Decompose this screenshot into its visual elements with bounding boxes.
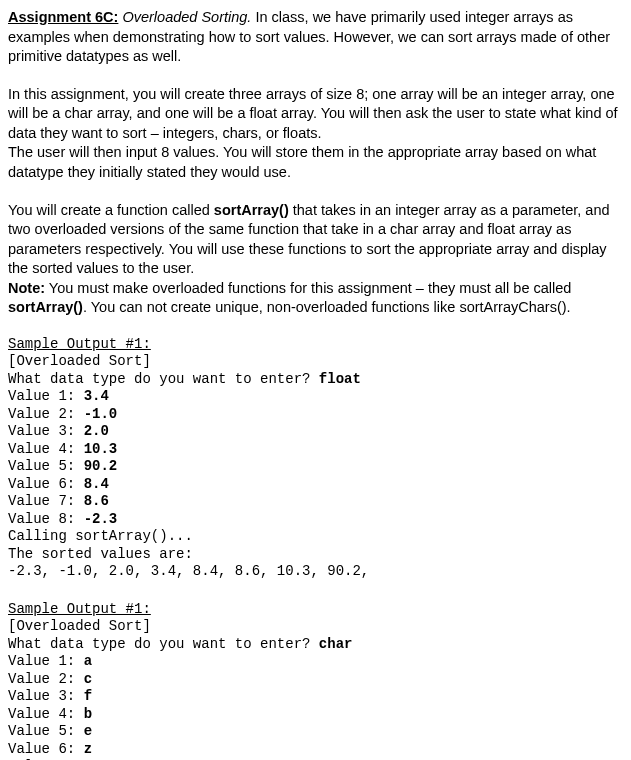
sample-heading-1: Sample Output #1: [8, 336, 623, 354]
value-label: Value 1: [8, 388, 84, 404]
value-input: f [84, 688, 92, 704]
sample-value-row: Value 6: z [8, 741, 623, 759]
value-input: b [84, 706, 92, 722]
paragraph-3a: You will create a function called [8, 202, 214, 218]
sample-value-row: Value 6: 8.4 [8, 476, 623, 494]
value-label: Value 3: [8, 423, 84, 439]
note-text-b: . You can not create unique, non-overloa… [83, 299, 571, 315]
value-input: 90.2 [84, 458, 118, 474]
value-input: 3.4 [84, 388, 109, 404]
sample-heading-2: Sample Output #1: [8, 601, 623, 619]
sample-prompt-1: What data type do you want to enter? [8, 371, 319, 387]
sample-header-2: [Overloaded Sort] [8, 618, 623, 636]
sample-value-row: Value 4: 10.3 [8, 441, 623, 459]
sample-output-1: Sample Output #1: [Overloaded Sort] What… [8, 336, 623, 581]
sorted-label-1: The sorted values are: [8, 546, 623, 564]
sorted-values-1: -2.3, -1.0, 2.0, 3.4, 8.4, 8.6, 10.3, 90… [8, 563, 623, 581]
value-input: 8.6 [84, 493, 109, 509]
sample-value-row: Value 1: a [8, 653, 623, 671]
sample-answer-1: float [319, 371, 361, 387]
value-label: Value 4: [8, 441, 84, 457]
calling-line-1: Calling sortArray()... [8, 528, 623, 546]
sample-prompt-line-1: What data type do you want to enter? flo… [8, 371, 623, 389]
note-label: Note: [8, 280, 45, 296]
value-input: a [84, 653, 92, 669]
sample-answer-2: char [319, 636, 353, 652]
sample-prompt-2: What data type do you want to enter? [8, 636, 319, 652]
paragraph-3: You will create a function called sortAr… [8, 201, 623, 318]
sample-output-2: Sample Output #1: [Overloaded Sort] What… [8, 601, 623, 760]
value-label: Value 1: [8, 653, 84, 669]
value-input: c [84, 671, 92, 687]
value-input: 10.3 [84, 441, 118, 457]
paragraph-2a: In this assignment, you will create thre… [8, 86, 618, 141]
value-input: -1.0 [84, 406, 118, 422]
value-input: 8.4 [84, 476, 109, 492]
value-label: Value 5: [8, 723, 84, 739]
value-label: Value 8: [8, 511, 84, 527]
sample-value-row: Value 8: -2.3 [8, 511, 623, 529]
value-label: Value 7: [8, 493, 84, 509]
sample-value-row: Value 1: 3.4 [8, 388, 623, 406]
sample-value-row: Value 5: e [8, 723, 623, 741]
value-input: -2.3 [84, 511, 118, 527]
note-function-name: sortArray() [8, 299, 83, 315]
value-label: Value 4: [8, 706, 84, 722]
assignment-intro: Assignment 6C: Overloaded Sorting. In cl… [8, 8, 623, 67]
sample-value-row: Value 2: c [8, 671, 623, 689]
value-input: 2.0 [84, 423, 109, 439]
sample-value-row: Value 7: 8.6 [8, 493, 623, 511]
value-label: Value 2: [8, 671, 84, 687]
sample-value-row: Value 4: b [8, 706, 623, 724]
value-label: Value 5: [8, 458, 84, 474]
paragraph-2: In this assignment, you will create thre… [8, 85, 623, 183]
value-label: Value 6: [8, 476, 84, 492]
sample-prompt-line-2: What data type do you want to enter? cha… [8, 636, 623, 654]
sample-value-row: Value 3: f [8, 688, 623, 706]
sample-header-1: [Overloaded Sort] [8, 353, 623, 371]
value-input: z [84, 741, 92, 757]
function-name: sortArray() [214, 202, 289, 218]
value-label: Value 6: [8, 741, 84, 757]
paragraph-2b: The user will then input 8 values. You w… [8, 144, 596, 180]
assignment-label: Assignment 6C: [8, 9, 118, 25]
value-input: e [84, 723, 92, 739]
assignment-title: Overloaded Sorting. [122, 9, 251, 25]
sample-value-row: Value 5: 90.2 [8, 458, 623, 476]
sample-value-row: Value 3: 2.0 [8, 423, 623, 441]
note-text-a: You must make overloaded functions for t… [45, 280, 571, 296]
value-label: Value 3: [8, 688, 84, 704]
sample-value-row: Value 2: -1.0 [8, 406, 623, 424]
value-label: Value 2: [8, 406, 84, 422]
